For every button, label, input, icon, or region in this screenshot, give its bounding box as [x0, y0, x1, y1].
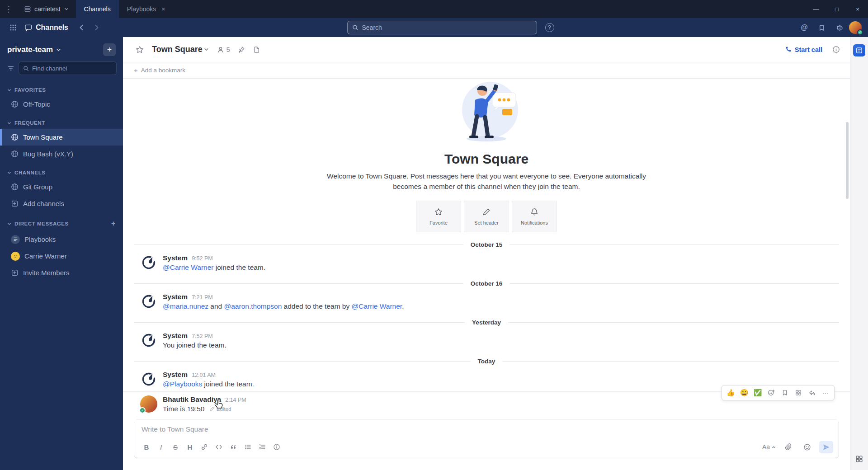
- set-header-action-button[interactable]: Set header: [464, 201, 509, 232]
- channel-files-icon[interactable]: [253, 46, 260, 53]
- message-author[interactable]: System: [163, 254, 188, 262]
- italic-button[interactable]: I: [154, 440, 168, 454]
- mention-link[interactable]: @Playbooks: [163, 380, 202, 388]
- channel-label: Bug Bash (vX.Y): [23, 150, 73, 158]
- channel-filter-row: [0, 61, 123, 80]
- formatting-help-icon[interactable]: [270, 440, 283, 454]
- settings-gear-icon[interactable]: [832, 21, 845, 34]
- message-author[interactable]: System: [163, 293, 188, 301]
- sidebar-item-carrie-warner[interactable]: Carrie Warner: [0, 248, 123, 264]
- link-button[interactable]: [198, 440, 211, 454]
- search-input[interactable]: [362, 24, 532, 31]
- mention-link[interactable]: @Carrie Warner: [163, 263, 213, 271]
- mention-link[interactable]: @maria.nunez: [163, 302, 208, 310]
- sidebar-item-town-square[interactable]: Town Square: [0, 129, 123, 146]
- user-message[interactable]: 👍 😄 ✅: [123, 391, 850, 416]
- mention-link[interactable]: @aaron.thompson: [224, 302, 282, 310]
- history-back-icon[interactable]: [75, 21, 88, 34]
- server-name: carrietest: [34, 5, 61, 13]
- favorite-star-icon[interactable]: [133, 43, 146, 56]
- history-forward-icon[interactable]: [90, 21, 104, 34]
- section-frequent-header[interactable]: FREQUENT: [0, 117, 123, 129]
- emoji-picker-icon[interactable]: [800, 440, 814, 454]
- system-avatar: [140, 332, 157, 349]
- message-apps-icon[interactable]: [792, 387, 805, 399]
- hide-formatting-toggle[interactable]: Aa: [762, 443, 776, 451]
- bullet-list-button[interactable]: [241, 440, 255, 454]
- attachment-paperclip-icon[interactable]: [781, 440, 795, 454]
- save-message-icon[interactable]: [778, 387, 791, 399]
- tab-playbooks[interactable]: Playbooks ×: [119, 0, 174, 18]
- date-divider: Today: [123, 352, 850, 367]
- sidebar-item-off-topic[interactable]: Off-Topic: [0, 96, 123, 113]
- saved-posts-icon[interactable]: [815, 21, 828, 34]
- apps-grid-icon[interactable]: [855, 455, 863, 463]
- channel-sidebar: private-team + FAVORITES: [0, 37, 123, 470]
- reply-icon[interactable]: [806, 387, 818, 399]
- numbered-list-button[interactable]: [255, 440, 269, 454]
- user-avatar[interactable]: ✓: [849, 21, 862, 34]
- add-channel-button[interactable]: +: [103, 43, 116, 56]
- section-channels-header[interactable]: CHANNELS: [0, 167, 123, 179]
- section-dm-header[interactable]: DIRECT MESSAGES +: [0, 216, 123, 231]
- formatting-toolbar: B I S H: [134, 438, 839, 458]
- minimize-button[interactable]: —: [806, 0, 826, 18]
- add-reaction-icon[interactable]: [765, 387, 778, 399]
- add-bookmark-bar[interactable]: + Add a bookmark: [123, 62, 850, 79]
- scrollbar[interactable]: [846, 122, 849, 199]
- message-input[interactable]: [134, 419, 839, 438]
- channel-title[interactable]: Town Square: [152, 45, 203, 54]
- message-author[interactable]: Bhautik Bavadiya: [163, 395, 221, 404]
- message-author[interactable]: System: [163, 332, 188, 340]
- quick-reaction-check[interactable]: ✅: [751, 387, 764, 399]
- server-selector[interactable]: carrietest: [17, 0, 76, 18]
- chevron-down-icon[interactable]: [204, 47, 209, 52]
- plus-box-icon: [11, 200, 19, 207]
- system-message: System9:52 PM @Carrie Warner joined the …: [123, 251, 850, 275]
- quick-reaction-thumbsup[interactable]: 👍: [724, 387, 737, 399]
- section-favorites-header[interactable]: FAVORITES: [0, 84, 123, 96]
- quick-reaction-smile[interactable]: 😄: [738, 387, 750, 399]
- sidebar-item-add-channels[interactable]: Add channels: [0, 195, 123, 212]
- mentions-icon[interactable]: @: [797, 21, 811, 34]
- members-button[interactable]: 5: [217, 46, 230, 53]
- message-time: 9:52 PM: [192, 255, 213, 262]
- filter-icon[interactable]: [6, 62, 15, 74]
- sidebar-item-invite-members[interactable]: Invite Members: [0, 264, 123, 281]
- sidebar-item-bug-bash[interactable]: Bug Bash (vX.Y): [0, 146, 123, 162]
- close-tab-icon[interactable]: ×: [161, 5, 165, 13]
- favorite-action-button[interactable]: Favorite: [416, 201, 461, 232]
- pinned-posts-icon[interactable]: [238, 46, 245, 53]
- sidebar-item-git-group[interactable]: Git Group: [0, 179, 123, 195]
- bhautik-avatar[interactable]: ✓: [140, 395, 157, 413]
- start-call-button[interactable]: Start call: [785, 46, 822, 53]
- code-button[interactable]: [212, 440, 226, 454]
- tab-channels[interactable]: Channels: [76, 0, 119, 18]
- strikethrough-button[interactable]: S: [169, 440, 182, 454]
- sidebar-item-playbooks-dm[interactable]: Playbooks: [0, 231, 123, 248]
- notifications-action-button[interactable]: Notifications: [512, 201, 557, 232]
- send-button[interactable]: [819, 441, 833, 453]
- team-name: private-team: [7, 45, 53, 54]
- find-channel-box[interactable]: [19, 61, 117, 75]
- window-menu-icon[interactable]: ⋮: [0, 0, 17, 18]
- message-time: 7:21 PM: [192, 294, 213, 301]
- close-button[interactable]: ×: [847, 0, 868, 18]
- add-dm-icon[interactable]: +: [111, 220, 116, 228]
- date-divider: October 16: [123, 275, 850, 290]
- search-bar[interactable]: [347, 21, 537, 34]
- find-channel-input[interactable]: [32, 65, 112, 72]
- maximize-button[interactable]: □: [826, 0, 847, 18]
- more-actions-icon[interactable]: ···: [819, 387, 832, 399]
- help-icon[interactable]: ?: [545, 23, 554, 32]
- bold-button[interactable]: B: [140, 440, 153, 454]
- mention-link[interactable]: @Carrie Warner: [352, 302, 402, 310]
- heading-button[interactable]: H: [183, 440, 197, 454]
- channel-info-icon[interactable]: [832, 46, 840, 53]
- boards-app-icon[interactable]: [853, 44, 865, 56]
- team-menu-button[interactable]: private-team: [7, 45, 61, 54]
- quote-button[interactable]: [226, 440, 240, 454]
- product-switcher-icon[interactable]: [6, 21, 20, 34]
- channel-label: Git Group: [23, 183, 52, 191]
- message-author[interactable]: System: [163, 371, 188, 379]
